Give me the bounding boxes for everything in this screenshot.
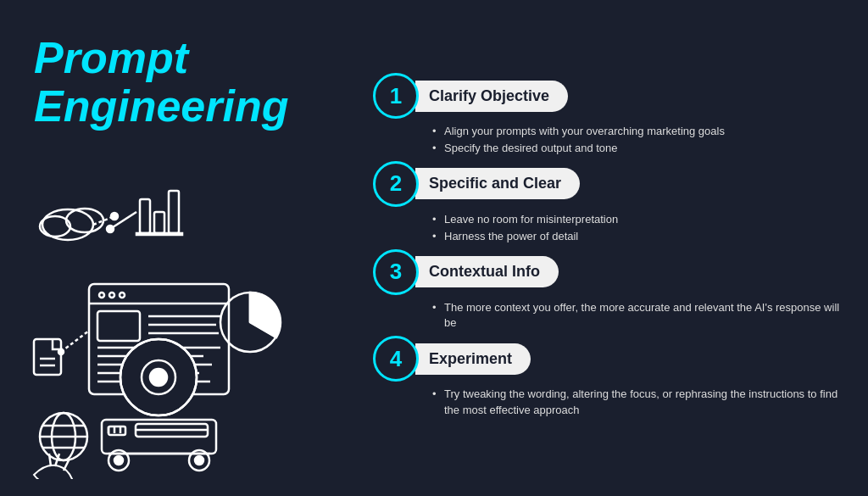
svg-rect-5 xyxy=(169,191,179,233)
step-block-2: 2Specific and ClearLeave no room for mis… xyxy=(373,161,843,246)
main-title: Prompt Engineering xyxy=(34,34,331,131)
step-label-3: Contextual Info xyxy=(415,256,559,287)
svg-point-53 xyxy=(58,349,64,354)
step-2-bullet-1: Leave no room for misinterpretation xyxy=(432,212,843,228)
step-block-1: 1Clarify ObjectiveAlign your prompts wit… xyxy=(373,73,843,158)
step-label-4: Experiment xyxy=(415,343,531,375)
svg-point-13 xyxy=(109,293,114,298)
svg-point-42 xyxy=(195,456,203,465)
step-number-1: 1 xyxy=(373,73,419,119)
step-label-2: Specific and Clear xyxy=(415,168,580,199)
step-block-3: 3Contextual InfoThe more context you off… xyxy=(373,249,843,333)
step-number-2: 2 xyxy=(373,161,419,207)
svg-rect-4 xyxy=(154,212,164,233)
step-number-3: 3 xyxy=(373,249,419,295)
svg-point-40 xyxy=(114,456,123,465)
svg-rect-49 xyxy=(34,339,61,375)
svg-point-12 xyxy=(99,293,104,298)
step-4-bullet-1: Try tweaking the wording, altering the f… xyxy=(432,387,843,419)
svg-rect-6 xyxy=(136,233,182,235)
step-header-3: 3Contextual Info xyxy=(373,249,843,295)
step-content-3: The more context you offer, the more acc… xyxy=(373,300,843,333)
svg-point-2 xyxy=(40,216,70,237)
step-number-4: 4 xyxy=(373,336,419,382)
svg-rect-33 xyxy=(108,426,125,435)
svg-point-9 xyxy=(107,226,114,232)
right-panel: 1Clarify ObjectiveAlign your prompts wit… xyxy=(356,0,868,496)
step-header-4: 4Experiment xyxy=(373,336,843,382)
svg-rect-3 xyxy=(140,199,150,233)
svg-rect-16 xyxy=(97,311,140,341)
svg-point-14 xyxy=(120,293,125,298)
step-1-bullet-1: Align your prompts with your overarching… xyxy=(432,124,843,140)
step-3-bullet-1: The more context you offer, the more acc… xyxy=(432,300,843,332)
svg-point-31 xyxy=(150,369,167,386)
title-line1: Prompt xyxy=(34,34,331,82)
step-label-1: Clarify Objective xyxy=(415,81,568,112)
step-1-bullet-2: Specify the desired output and tone xyxy=(432,141,843,157)
step-block-4: 4ExperimentTry tweaking the wording, alt… xyxy=(373,336,843,420)
step-header-2: 2Specific and Clear xyxy=(373,161,843,207)
step-content-1: Align your prompts with your overarching… xyxy=(373,124,843,158)
step-content-4: Try tweaking the wording, altering the f… xyxy=(373,387,843,420)
illustration xyxy=(17,174,331,479)
title-line2: Engineering xyxy=(34,82,331,131)
svg-line-52 xyxy=(61,331,89,352)
step-header-1: 1Clarify Objective xyxy=(373,73,843,119)
svg-point-10 xyxy=(111,213,118,220)
step-2-bullet-2: Harness the power of detail xyxy=(432,229,843,245)
step-content-2: Leave no room for misinterpretationHarne… xyxy=(373,212,843,246)
left-panel: Prompt Engineering xyxy=(0,0,356,496)
